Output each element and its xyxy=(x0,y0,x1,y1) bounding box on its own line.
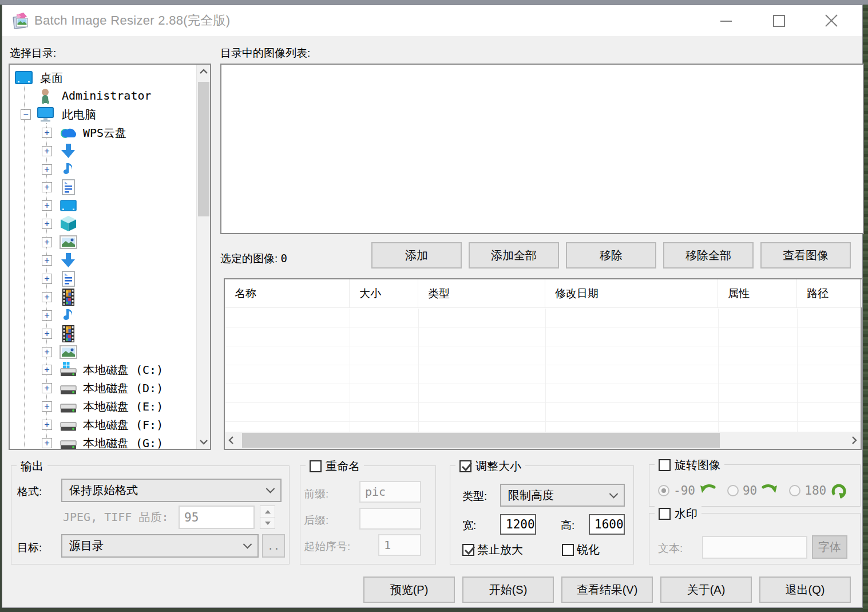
tree-expand-toggle[interactable]: + xyxy=(42,182,52,192)
quality-stepper[interactable] xyxy=(260,506,275,529)
tree-expand-toggle[interactable]: + xyxy=(42,383,52,393)
tree-expand-toggle[interactable]: + xyxy=(42,292,52,302)
table-row xyxy=(225,422,861,432)
tree-expand-toggle[interactable]: + xyxy=(42,237,52,247)
stepper-up-icon[interactable] xyxy=(260,506,275,518)
table-column-header[interactable]: 路径 xyxy=(797,279,862,307)
table-horizontal-scrollbar[interactable] xyxy=(225,432,861,449)
tree-scrollbar[interactable] xyxy=(196,65,210,449)
tree-item[interactable]: + 本地磁盘 (E:) xyxy=(10,397,196,416)
tree-item[interactable]: + xyxy=(10,306,196,325)
watermark-text-input[interactable] xyxy=(702,536,807,559)
tree-expand-toggle[interactable]: + xyxy=(42,365,52,375)
directory-tree[interactable]: 桌面 Administrator − 此电脑 xyxy=(9,64,211,450)
tree-expand-toggle[interactable]: + xyxy=(42,329,52,339)
rotate-radio[interactable] xyxy=(789,485,800,496)
action-button[interactable]: 添加 xyxy=(371,242,462,269)
tree-expand-toggle[interactable]: − xyxy=(21,109,31,120)
tree-item[interactable]: 桌面 xyxy=(10,69,196,87)
scroll-up-icon[interactable] xyxy=(197,65,211,78)
tree-item[interactable]: + xyxy=(10,233,196,251)
tree-item[interactable]: + 本地磁盘 (D:) xyxy=(10,379,196,397)
tree-item[interactable]: + xyxy=(10,160,196,179)
no-upscale-checkbox[interactable] xyxy=(462,544,474,556)
rotate-radio[interactable] xyxy=(727,485,739,496)
action-button[interactable]: 移除全部 xyxy=(663,242,754,269)
tree-item[interactable]: + xyxy=(10,178,196,196)
tree-item[interactable]: + xyxy=(10,325,196,343)
bottom-button[interactable]: 查看结果(V) xyxy=(561,577,653,603)
tree-expand-toggle[interactable]: + xyxy=(42,401,52,412)
table-column-header[interactable]: 类型 xyxy=(418,279,545,307)
table-scrollbar-thumb[interactable] xyxy=(242,433,720,448)
close-button[interactable] xyxy=(815,5,848,36)
scroll-left-icon[interactable] xyxy=(225,432,237,449)
tree-item[interactable]: + xyxy=(10,270,196,288)
table-column-header[interactable]: 大小 xyxy=(350,279,418,307)
browse-target-button[interactable]: .. xyxy=(262,534,285,558)
height-input[interactable]: 1600 xyxy=(589,514,625,535)
tree-item[interactable]: + 本地磁盘 (C:) xyxy=(10,361,196,379)
tree-item[interactable]: Administrator xyxy=(10,87,196,105)
title-bar[interactable]: Batch Image Resizer 2.88(完全版) xyxy=(2,5,862,36)
minimize-button[interactable] xyxy=(710,5,743,36)
tree-expand-toggle[interactable]: + xyxy=(42,200,52,211)
table-column-header[interactable]: 属性 xyxy=(718,279,797,307)
tree-item[interactable]: + xyxy=(10,251,196,270)
tree-item[interactable]: + xyxy=(10,142,196,160)
tree-expand-toggle[interactable]: + xyxy=(42,146,52,156)
watermark-checkbox[interactable] xyxy=(659,508,671,520)
maximize-button[interactable] xyxy=(762,5,795,36)
tree-item[interactable]: − 此电脑 xyxy=(10,105,196,124)
action-button[interactable]: 添加全部 xyxy=(469,242,559,269)
prefix-input[interactable]: pic xyxy=(359,481,421,503)
rotate-radio[interactable] xyxy=(658,485,669,496)
tree-expand-toggle[interactable]: + xyxy=(42,438,52,448)
table-column-header[interactable]: 名称 xyxy=(225,279,350,307)
resize-checkbox[interactable] xyxy=(459,460,471,472)
tree-expand-toggle[interactable]: + xyxy=(42,164,52,175)
tree-item-label: WPS云盘 xyxy=(83,125,126,141)
watermark-font-button[interactable]: 字体 xyxy=(812,535,847,559)
tree-item[interactable]: + xyxy=(10,215,196,233)
tree-item[interactable]: + 本地磁盘 (F:) xyxy=(10,416,196,434)
tree-expand-toggle[interactable]: + xyxy=(42,347,52,357)
stepper-down-icon[interactable] xyxy=(260,518,275,528)
scroll-right-icon[interactable] xyxy=(848,432,861,449)
tree-expand-toggle[interactable]: + xyxy=(42,420,52,430)
start-number-label: 起始序号: xyxy=(304,539,350,554)
tree-expand-toggle[interactable]: + xyxy=(42,310,52,321)
tree-item[interactable]: + xyxy=(10,343,196,361)
bottom-button[interactable]: 预览(P) xyxy=(363,577,455,603)
width-input[interactable]: 1200 xyxy=(500,514,536,535)
format-select[interactable]: 保持原始格式 xyxy=(61,479,282,502)
action-button[interactable]: 移除 xyxy=(566,242,656,269)
action-button[interactable]: 查看图像 xyxy=(760,242,851,269)
rotate-checkbox[interactable] xyxy=(659,459,671,471)
tree-scrollbar-thumb[interactable] xyxy=(198,82,209,216)
tree-expand-toggle[interactable]: + xyxy=(42,255,52,266)
bottom-button[interactable]: 退出(Q) xyxy=(759,577,851,603)
tree-item[interactable]: + xyxy=(10,196,196,215)
image-listbox[interactable] xyxy=(220,64,864,234)
scroll-down-icon[interactable] xyxy=(197,435,211,449)
quality-input[interactable]: 95 xyxy=(179,506,255,529)
table-column-header[interactable]: 修改日期 xyxy=(545,279,718,307)
tree-item[interactable]: + 本地磁盘 (G:) xyxy=(10,434,196,449)
target-select[interactable]: 源目录 xyxy=(61,534,259,558)
tree-expand-toggle[interactable]: + xyxy=(42,219,52,229)
download-icon xyxy=(59,142,78,160)
rename-checkbox[interactable] xyxy=(310,460,322,472)
tree-item[interactable]: + WPS云盘 xyxy=(10,124,196,142)
tree-expand-toggle[interactable]: + xyxy=(42,128,52,138)
sharpen-checkbox[interactable] xyxy=(562,544,574,556)
app-window: Batch Image Resizer 2.88(完全版) 选择目录: xyxy=(2,5,863,608)
bottom-button[interactable]: 开始(S) xyxy=(462,577,554,603)
suffix-input[interactable] xyxy=(359,508,421,530)
tree-item[interactable]: + xyxy=(10,288,196,306)
bottom-button[interactable]: 关于(A) xyxy=(660,577,752,603)
tree-expand-toggle[interactable]: + xyxy=(42,274,52,284)
start-number-input[interactable]: 1 xyxy=(378,534,421,556)
selected-images-table[interactable]: 名称大小类型修改日期属性路径 xyxy=(224,278,862,450)
resize-type-select[interactable]: 限制高度 xyxy=(500,484,625,507)
